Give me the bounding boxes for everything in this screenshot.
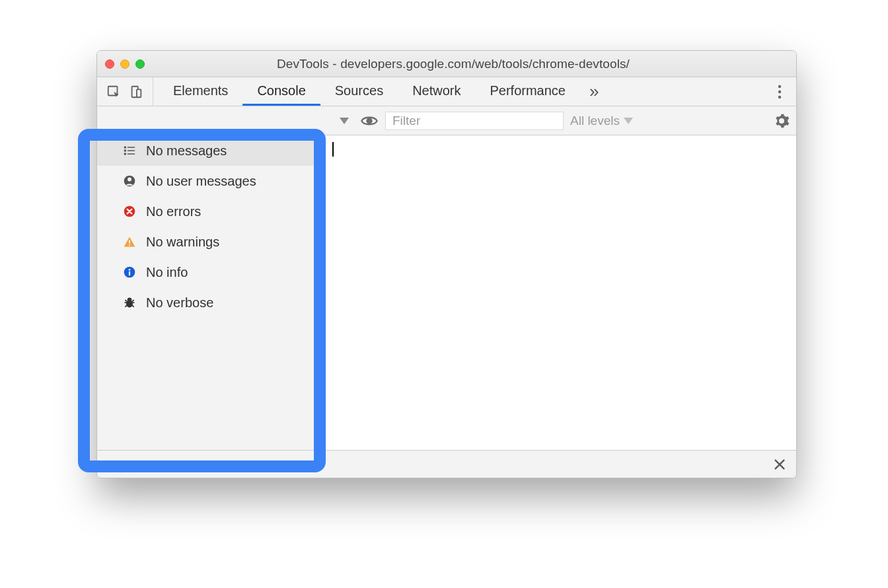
kebab-menu-icon[interactable]	[770, 85, 790, 99]
log-levels-label: All levels	[570, 114, 620, 128]
tab-elements[interactable]: Elements	[159, 77, 242, 106]
tab-performance[interactable]: Performance	[476, 77, 581, 106]
svg-point-6	[367, 118, 372, 123]
settings-gear-icon[interactable]	[774, 113, 790, 129]
close-window-button[interactable]	[105, 59, 114, 69]
svg-point-3	[778, 85, 781, 87]
sidebar-item-label: No info	[146, 265, 188, 280]
sidebar-item-label: No user messages	[146, 174, 256, 189]
devtools-window: DevTools - developers.google.com/web/too…	[96, 50, 797, 478]
drawer-bar	[97, 450, 796, 478]
svg-point-7	[124, 147, 126, 148]
error-icon	[122, 204, 137, 219]
svg-line-24	[125, 300, 127, 302]
sidebar-item-info[interactable]: No info	[97, 257, 324, 287]
toggle-device-toolbar-icon[interactable]	[126, 77, 146, 106]
sidebar-item-warnings[interactable]: No warnings	[97, 227, 324, 257]
svg-rect-20	[129, 272, 130, 276]
filter-bar: All levels	[97, 106, 796, 135]
sidebar-item-verbose[interactable]: No verbose	[97, 287, 324, 318]
window-title: DevTools - developers.google.com/web/too…	[118, 57, 788, 71]
close-drawer-icon[interactable]	[772, 457, 787, 472]
svg-point-5	[778, 95, 781, 98]
sidebar-item-messages[interactable]: No messages	[97, 135, 324, 166]
tabbar-leading	[104, 77, 153, 106]
live-expression-icon[interactable]	[360, 112, 379, 130]
svg-rect-2	[137, 89, 141, 97]
sidebar-item-user-messages[interactable]: No user messages	[97, 166, 324, 196]
console-output[interactable]	[324, 135, 796, 450]
context-dropdown[interactable]	[335, 118, 353, 124]
tab-network[interactable]: Network	[398, 77, 475, 106]
tab-sources[interactable]: Sources	[320, 77, 398, 106]
chevron-down-icon	[624, 118, 633, 124]
info-icon	[122, 265, 137, 279]
svg-point-4	[778, 90, 781, 92]
inspect-element-icon[interactable]	[104, 77, 124, 106]
sidebar: No messages No user messages	[97, 135, 324, 450]
log-levels-dropdown[interactable]: All levels	[570, 114, 633, 128]
user-icon	[122, 174, 137, 188]
bug-icon	[122, 295, 137, 310]
svg-rect-17	[129, 244, 130, 246]
svg-point-19	[129, 269, 131, 271]
text-cursor	[332, 142, 334, 157]
body: No messages No user messages	[97, 135, 796, 450]
sidebar-item-label: No warnings	[146, 235, 219, 250]
list-icon	[122, 143, 137, 158]
tab-bar: Elements Console Sources Network Perform…	[97, 77, 796, 106]
svg-point-11	[124, 153, 126, 155]
sidebar-item-label: No messages	[146, 143, 227, 159]
warning-icon	[122, 235, 137, 249]
svg-rect-16	[129, 240, 130, 244]
svg-point-9	[124, 150, 126, 151]
svg-line-25	[132, 300, 134, 302]
sidebar-item-label: No verbose	[146, 295, 213, 311]
titlebar: DevTools - developers.google.com/web/too…	[97, 51, 796, 77]
svg-line-26	[125, 305, 127, 307]
svg-point-14	[128, 178, 131, 182]
tabs: Elements Console Sources Network Perform…	[159, 77, 608, 106]
svg-point-21	[126, 300, 133, 308]
tab-console[interactable]: Console	[242, 77, 320, 106]
chevron-down-icon	[340, 118, 349, 124]
sidebar-item-errors[interactable]: No errors	[97, 196, 324, 227]
sidebar-item-label: No errors	[146, 204, 201, 219]
svg-line-27	[132, 305, 134, 307]
tabbar-trailing	[770, 77, 790, 106]
filter-input[interactable]	[385, 112, 564, 130]
tabs-overflow-button[interactable]: »	[580, 77, 608, 106]
